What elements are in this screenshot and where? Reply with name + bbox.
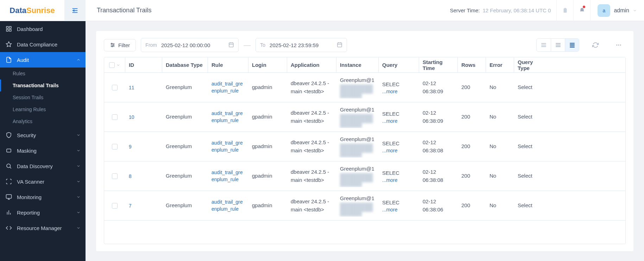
- sidebar-sub-session-trails[interactable]: Session Trails: [0, 91, 86, 103]
- user-menu[interactable]: a admin: [590, 0, 644, 21]
- table-row[interactable]: 10 Greenplum audit_trail_greenplum_rule …: [104, 102, 625, 132]
- sidebar-item-security[interactable]: Security: [0, 127, 86, 143]
- sidebar-item-monitoring[interactable]: Monitoring: [0, 189, 86, 205]
- table-row[interactable]: 8 Greenplum audit_trail_greenplum_rule g…: [104, 161, 625, 191]
- filter-button[interactable]: Filter: [104, 39, 136, 51]
- table-row[interactable]: 9 Greenplum audit_trail_greenplum_rule g…: [104, 132, 625, 161]
- svg-point-45: [620, 45, 621, 46]
- col-app[interactable]: Application: [287, 57, 336, 72]
- notifications-button[interactable]: [573, 0, 590, 21]
- query-value: SELEC: [382, 199, 399, 205]
- svg-rect-8: [10, 30, 11, 31]
- bell-icon: [579, 7, 585, 14]
- sidebar: Dashboard Data Compliance Audit Rules Tr…: [0, 21, 86, 261]
- id-link[interactable]: 7: [129, 203, 132, 209]
- sidebar-item-label: VA Scanner: [17, 179, 44, 185]
- more-link[interactable]: ...more: [382, 148, 398, 153]
- error-value: No: [490, 143, 496, 149]
- logo-part1: Data: [10, 6, 26, 15]
- db-type: Greenplum: [166, 173, 192, 179]
- rule-link[interactable]: audit_trail_greenplum_rule: [211, 140, 243, 153]
- main-content: Filter From 2025-02-12 00:00:00 — To 202…: [86, 21, 644, 261]
- more-link[interactable]: ...more: [382, 118, 398, 124]
- to-date-input[interactable]: To 2025-02-12 23:59:59: [255, 38, 347, 52]
- calendar-icon: [333, 42, 347, 49]
- col-time[interactable]: Starting Time: [419, 57, 458, 72]
- more-link[interactable]: ...more: [382, 177, 398, 183]
- view-compact-button[interactable]: [537, 39, 551, 51]
- more-options-button[interactable]: [612, 39, 626, 51]
- col-qt[interactable]: Query Type: [514, 57, 546, 72]
- id-link[interactable]: 11: [129, 85, 134, 90]
- table: ID Database Type Rule Login Application …: [104, 57, 626, 244]
- refresh-button[interactable]: [588, 39, 602, 51]
- sidebar-item-compliance[interactable]: Data Compliance: [0, 37, 86, 52]
- rule-link[interactable]: audit_trail_greenplum_rule: [211, 170, 243, 182]
- svg-point-43: [616, 45, 617, 46]
- svg-point-24: [112, 46, 113, 47]
- rule-link[interactable]: audit_trail_greenplum_rule: [211, 81, 243, 94]
- row-checkbox[interactable]: [112, 85, 118, 90]
- col-err[interactable]: Error: [486, 57, 514, 72]
- row-checkbox[interactable]: [112, 144, 118, 149]
- sidebar-item-resource-manager[interactable]: Resource Manager: [0, 220, 86, 236]
- sidebar-sub-rules[interactable]: Rules: [0, 68, 86, 79]
- query-value: SELEC: [382, 170, 399, 176]
- col-rule[interactable]: Rule: [208, 57, 248, 72]
- list-icon: [569, 42, 575, 48]
- col-db[interactable]: Database Type: [162, 57, 208, 72]
- error-value: No: [490, 173, 496, 179]
- app-value: dbeaver 24.2.5 - main <testdb>: [291, 139, 329, 153]
- col-query[interactable]: Query: [379, 57, 419, 72]
- sidebar-sub-analytics[interactable]: Analytics: [0, 115, 86, 127]
- login-value: gpadmin: [252, 84, 272, 90]
- from-date-input[interactable]: From 2025-02-12 00:00:00: [141, 38, 239, 52]
- top-bar: DataSunrise Transactional Trails Server …: [0, 0, 644, 21]
- more-link[interactable]: ...more: [382, 207, 398, 212]
- rows-value: 200: [461, 202, 470, 208]
- id-link[interactable]: 8: [129, 173, 132, 179]
- sidebar-item-discovery[interactable]: Data Discovery: [0, 158, 86, 174]
- sidebar-toggle-button[interactable]: [64, 0, 86, 21]
- view-medium-button[interactable]: [551, 39, 565, 51]
- id-link[interactable]: 9: [129, 144, 132, 149]
- row-checkbox[interactable]: [112, 173, 118, 179]
- sidebar-item-dashboard[interactable]: Dashboard: [0, 21, 86, 37]
- rule-link[interactable]: audit_trail_greenplum_rule: [211, 199, 243, 212]
- app-value: dbeaver 24.2.5 - main <testdb>: [291, 198, 329, 212]
- logo[interactable]: DataSunrise: [0, 0, 64, 21]
- select-all-checkbox[interactable]: [109, 62, 115, 68]
- sidebar-item-reporting[interactable]: Reporting: [0, 205, 86, 220]
- sidebar-item-label: Security: [17, 132, 36, 138]
- col-id[interactable]: ID: [125, 57, 162, 72]
- file-icon: [5, 56, 13, 64]
- clipboard-button[interactable]: [556, 0, 573, 21]
- error-value: No: [490, 114, 496, 120]
- svg-point-11: [7, 164, 11, 168]
- rule-link[interactable]: audit_trail_greenplum_rule: [211, 110, 243, 123]
- rows-value: 200: [461, 173, 470, 179]
- sidebar-item-vascanner[interactable]: VA Scanner: [0, 174, 86, 189]
- svg-rect-3: [563, 8, 567, 13]
- more-link[interactable]: ...more: [382, 89, 398, 94]
- table-row[interactable]: 11 Greenplum audit_trail_greenplum_rule …: [104, 73, 625, 102]
- redacted-text: ████████████████████████████████: [340, 114, 375, 128]
- rows-value: 200: [461, 114, 470, 120]
- sidebar-sub-learning-rules[interactable]: Learning Rules: [0, 103, 86, 115]
- col-rows[interactable]: Rows: [458, 57, 486, 72]
- col-login[interactable]: Login: [248, 57, 287, 72]
- id-link[interactable]: 10: [129, 114, 134, 120]
- row-checkbox[interactable]: [112, 114, 118, 120]
- row-checkbox[interactable]: [112, 203, 118, 209]
- view-comfortable-button[interactable]: [565, 39, 579, 51]
- sidebar-item-masking[interactable]: Masking: [0, 143, 86, 158]
- chevron-down-icon[interactable]: [116, 63, 120, 67]
- col-inst[interactable]: Instance: [336, 57, 379, 72]
- sidebar-sub-transactional-trails[interactable]: Transactional Trails: [0, 79, 86, 91]
- login-value: gpadmin: [252, 173, 272, 179]
- table-row[interactable]: 7 Greenplum audit_trail_greenplum_rule g…: [104, 191, 625, 221]
- time-value: 02-12 06:38:06: [423, 198, 443, 212]
- sidebar-item-label: Audit: [17, 57, 29, 63]
- sidebar-item-audit[interactable]: Audit: [0, 52, 86, 68]
- chevron-down-icon: [76, 210, 81, 216]
